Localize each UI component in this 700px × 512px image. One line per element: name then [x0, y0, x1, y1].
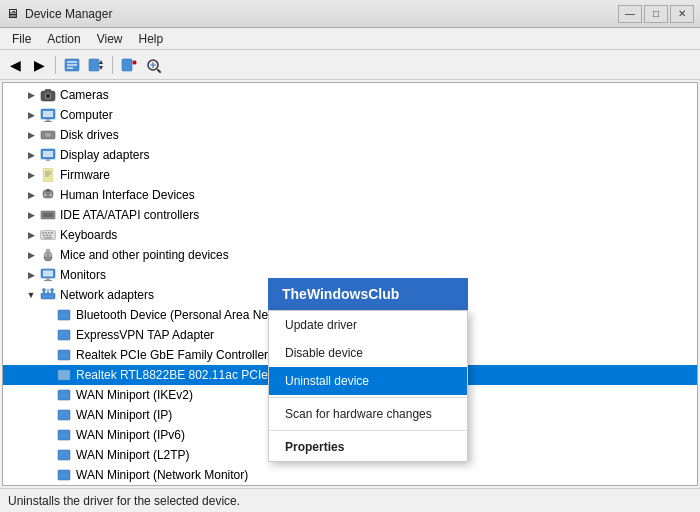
main-content: ▶ Cameras ▶ Computer ▶ Disk drives ▶ [0, 80, 700, 488]
uninstall-button[interactable] [118, 54, 140, 76]
expand-cameras[interactable]: ▶ [23, 87, 39, 103]
realtek-gbe-label: Realtek PCIe GbE Family Controller [76, 348, 268, 362]
minimize-button[interactable]: — [618, 5, 642, 23]
context-disable-device[interactable]: Disable device [269, 339, 467, 367]
context-uninstall-device[interactable]: Uninstall device [269, 367, 467, 395]
context-menu: Update driver Disable device Uninstall d… [268, 310, 468, 462]
svg-rect-62 [58, 450, 70, 460]
svg-rect-5 [122, 59, 132, 71]
svg-rect-21 [46, 159, 50, 161]
tree-item-ide[interactable]: ▶ IDE ATA/ATAPI controllers [3, 205, 697, 225]
menu-help[interactable]: Help [131, 30, 172, 48]
window-icon: 🖥 [6, 6, 19, 21]
expand-display[interactable]: ▶ [23, 147, 39, 163]
svg-rect-4 [89, 59, 99, 71]
scan-button[interactable] [142, 54, 164, 76]
expand-mice[interactable]: ▶ [23, 247, 39, 263]
context-menu-header: TheWindowsClub [268, 278, 468, 310]
back-button[interactable]: ◀ [4, 54, 26, 76]
tree-item-cameras[interactable]: ▶ Cameras [3, 85, 697, 105]
tree-item-hid[interactable]: ▶ Human Interface Devices [3, 185, 697, 205]
expand-disk[interactable]: ▶ [23, 127, 39, 143]
rgbe-icon [55, 346, 73, 364]
svg-rect-58 [58, 370, 70, 380]
svg-rect-39 [49, 235, 51, 237]
tree-item-computer[interactable]: ▶ Computer [3, 105, 697, 125]
svg-point-53 [43, 289, 46, 292]
svg-rect-46 [43, 271, 53, 277]
svg-rect-49 [41, 293, 55, 299]
toolbar-separator-2 [112, 56, 113, 74]
tree-item-disk-drives[interactable]: ▶ Disk drives [3, 125, 697, 145]
properties-button[interactable] [61, 54, 83, 76]
wan-mon-icon [55, 466, 73, 484]
rwifi-icon [55, 366, 73, 384]
bt-icon [55, 306, 73, 324]
computer-icon [39, 106, 57, 124]
tree-item-wan-monitor[interactable]: ▶ WAN Miniport (Network Monitor) [3, 465, 697, 485]
wan-ipv6-label: WAN Miniport (IPv6) [76, 428, 185, 442]
context-menu-wrapper: TheWindowsClub Update driver Disable dev… [268, 278, 468, 462]
expand-network[interactable]: ▼ [23, 287, 39, 303]
title-bar: 🖥 Device Manager — □ ✕ [0, 0, 700, 28]
status-text: Uninstalls the driver for the selected d… [8, 494, 240, 508]
keyboard-icon [39, 226, 57, 244]
svg-point-29 [50, 194, 52, 196]
expand-ide[interactable]: ▶ [23, 207, 39, 223]
expand-firmware[interactable]: ▶ [23, 167, 39, 183]
device-tree[interactable]: ▶ Cameras ▶ Computer ▶ Disk drives ▶ [2, 82, 698, 486]
svg-rect-47 [46, 278, 50, 280]
svg-rect-56 [58, 330, 70, 340]
disk-icon [39, 126, 57, 144]
svg-rect-59 [58, 390, 70, 400]
close-button[interactable]: ✕ [670, 5, 694, 23]
tree-item-display[interactable]: ▶ Display adapters [3, 145, 697, 165]
menu-action[interactable]: Action [39, 30, 88, 48]
network-icon [39, 286, 57, 304]
svg-rect-48 [44, 280, 52, 281]
display-icon [39, 146, 57, 164]
tree-item-keyboards[interactable]: ▶ Keyboards [3, 225, 697, 245]
expand-monitors[interactable]: ▶ [23, 267, 39, 283]
tree-item-mice[interactable]: ▶ Mice and other pointing devices [3, 245, 697, 265]
cameras-label: Cameras [60, 88, 109, 102]
expressvpn-label: ExpressVPN TAP Adapter [76, 328, 214, 342]
menu-view[interactable]: View [89, 30, 131, 48]
svg-point-54 [51, 289, 54, 292]
context-separator [269, 397, 467, 398]
svg-rect-35 [48, 232, 50, 234]
ide-icon [39, 206, 57, 224]
wan-ip-icon [55, 406, 73, 424]
svg-rect-40 [44, 237, 52, 239]
svg-rect-33 [42, 232, 44, 234]
firmware-label: Firmware [60, 168, 110, 182]
svg-rect-38 [46, 235, 48, 237]
svg-rect-44 [46, 249, 50, 253]
expand-hid[interactable]: ▶ [23, 187, 39, 203]
tree-item-wan-pppoe[interactable]: ▶ WAN Miniport (PPPOE) [3, 485, 697, 486]
svg-point-28 [44, 194, 46, 196]
menu-bar: File Action View Help [0, 28, 700, 50]
toolbar-separator-1 [55, 56, 56, 74]
svg-rect-57 [58, 350, 70, 360]
expand-keyboards[interactable]: ▶ [23, 227, 39, 243]
context-update-driver[interactable]: Update driver [269, 311, 467, 339]
title-bar-controls: — □ ✕ [618, 5, 694, 23]
context-properties[interactable]: Properties [269, 433, 467, 461]
cameras-icon [39, 86, 57, 104]
maximize-button[interactable]: □ [644, 5, 668, 23]
forward-button[interactable]: ▶ [28, 54, 50, 76]
svg-rect-12 [45, 89, 51, 92]
expand-computer[interactable]: ▶ [23, 107, 39, 123]
menu-file[interactable]: File [4, 30, 39, 48]
svg-rect-16 [44, 121, 52, 122]
vpn-icon [55, 326, 73, 344]
toolbar: ◀ ▶ [0, 50, 700, 80]
context-scan-hardware[interactable]: Scan for hardware changes [269, 400, 467, 428]
svg-rect-37 [43, 235, 45, 237]
update-driver-button[interactable] [85, 54, 107, 76]
monitors-label: Monitors [60, 268, 106, 282]
hid-label: Human Interface Devices [60, 188, 195, 202]
tree-item-firmware[interactable]: ▶ Firmware [3, 165, 697, 185]
svg-rect-27 [46, 189, 50, 192]
